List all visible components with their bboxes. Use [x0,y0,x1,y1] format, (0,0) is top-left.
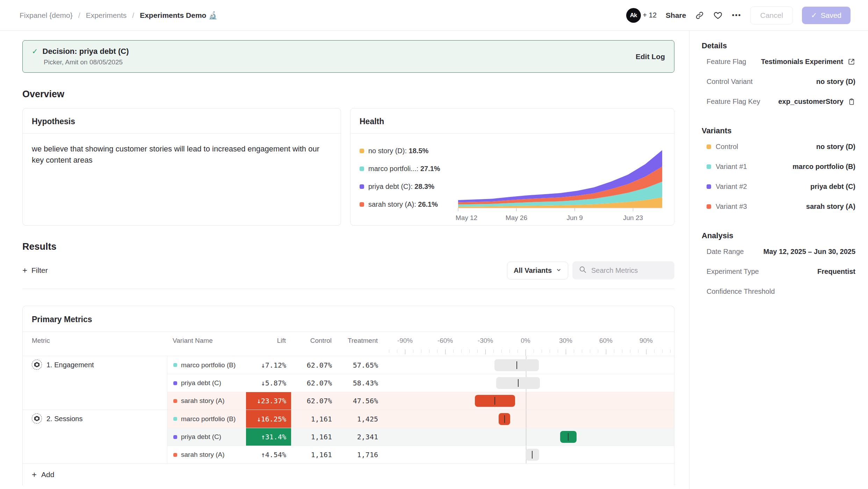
metric-cell[interactable]: 2. Sessions [23,410,167,463]
axis-tick [429,349,429,353]
breadcrumb: Fixpanel {demo} / Experiments / Experime… [20,11,217,20]
decision-title-row: ✓ Decision: priya debt (C) [32,47,129,56]
breadcrumb-item-current: Experiments Demo 🔬 [140,11,217,20]
axis-tick [614,349,614,353]
hypothesis-body[interactable]: we believe that showing customer stories… [23,134,337,176]
metric-variant-row[interactable]: marco portfolio (B)↓7.12%62.07%57.65% [167,356,674,374]
metric-variant-row[interactable]: priya debt (C)↓5.87%62.07%58.43% [167,374,674,392]
sidebar-row-control-variant: Control Variantno story (D) [702,72,855,92]
copy-link-button[interactable] [695,11,704,20]
variant-name-cell: priya debt (C) [167,379,246,387]
legend-value: 26.1% [418,200,438,208]
plus-icon: + [22,266,27,275]
axis-tick [654,349,654,353]
svg-text:Jun 9: Jun 9 [566,214,583,221]
search-metrics-input[interactable] [591,267,668,275]
variant-dot [173,381,177,385]
axis-tick [630,349,630,353]
sidebar-section-details: Details Feature FlagTestimonials Experim… [702,41,855,112]
heart-icon [713,10,723,20]
variant-dot [707,204,711,209]
metric-variant-row[interactable]: marco portfolio (B)↓16.25%1,1611,425 [167,410,674,428]
check-icon: ✓ [811,11,817,20]
lift-cell: ↑4.54% [246,446,291,463]
sidebar-row-control: Controlno story (D) [702,137,855,157]
metric-goal-icon [32,413,42,424]
axis-tick [469,349,470,353]
sidebar-row-feature-flag-key: Feature Flag Keyexp_customerStory [702,92,855,112]
variant-name-cell: sarah story (A) [167,451,246,459]
sidebar-row-value: no story (D) [816,78,855,86]
sidebar-section-analysis: Analysis Date RangeMay 12, 2025 – Jun 30… [702,231,855,302]
filter-button-label: Filter [31,266,48,275]
metric-cell[interactable]: 1. Engagement [23,356,167,410]
column-variant: Variant Name [167,337,246,345]
ellipsis-icon: ••• [732,11,741,19]
variant-dot [173,417,177,421]
sidebar-row-value: Testimonials Experiment [761,58,855,66]
mean-lift-tick [504,415,505,423]
sidebar-row-variant-2: Variant #2priya debt (C) [702,177,855,197]
chevron-down-icon [556,267,562,275]
confidence-interval-cell [383,446,674,463]
axis-tick [638,349,638,353]
health-legend-item[interactable]: priya debt (C): 28.3% [360,183,451,191]
axis-tick-label: -30% [478,337,493,345]
axis-tick [542,349,542,353]
axis-tick [622,349,622,353]
add-filter-button[interactable]: + Filter [22,266,48,275]
metric-name: 2. Sessions [46,414,82,423]
axis-tick [413,349,413,353]
lift-axis-labels: -90%-60%-30%0%30%60%90% [383,332,674,349]
metric-variant-row[interactable]: sarah story (A)↓23.37%62.07%47.56% [167,392,674,410]
axis-tick [606,349,606,354]
legend-label: no story (D): 18.5% [368,147,428,155]
health-legend-item[interactable]: sarah story (A): 26.1% [360,200,451,208]
search-metrics-box [572,261,674,279]
treatment-value: 57.65% [338,361,383,369]
topbar: Fixpanel {demo} / Experiments / Experime… [0,0,868,31]
overview-heading: Overview [22,89,674,100]
decision-banner: ✓ Decision: priya debt (C) Picker, Amit … [22,40,674,73]
metric-variant-row[interactable]: priya debt (C)↑31.4%1,1612,341 [167,428,674,446]
axis-tick [662,349,663,353]
sidebar-row-label: Feature Flag [707,58,746,66]
column-control: Control [291,337,337,345]
axis-tick [670,349,671,353]
svg-text:Jun 23: Jun 23 [623,214,643,221]
lift-cell: ↑31.4% [246,428,291,446]
control-value: 1,161 [291,433,338,441]
legend-label: marco portfoli...: 27.1% [368,165,440,173]
saved-button[interactable]: ✓ Saved [802,7,851,24]
breadcrumb-item-project[interactable]: Fixpanel {demo} [20,11,73,20]
breadcrumb-item-experiments[interactable]: Experiments [86,11,127,20]
metric-group: 1. Engagementmarco portfolio (B)↓7.12%62… [23,356,674,410]
results-divider [22,289,674,289]
external-link-icon[interactable] [847,58,855,66]
favorite-button[interactable] [713,10,723,20]
confidence-interval-cell [383,356,674,374]
variants-dropdown[interactable]: All Variants [507,262,568,279]
add-metric-button[interactable]: + Add [32,470,54,479]
results-heading: Results [22,241,674,252]
clipboard-icon[interactable] [848,98,855,106]
edit-log-button[interactable]: Edit Log [636,52,665,61]
axis-tick [509,349,510,353]
sidebar-row-label: Feature Flag Key [707,98,760,106]
analysis-rows: Date RangeMay 12, 2025 – Jun 30, 2025Exp… [702,242,855,302]
axis-tick [590,349,590,353]
health-legend-item[interactable]: no story (D): 18.5% [360,147,451,155]
more-button[interactable]: ••• [732,11,741,19]
health-legend-item[interactable]: marco portfoli...: 27.1% [360,165,451,173]
collaborators: Ak + 12 [626,8,657,23]
mean-lift-tick [568,433,569,441]
control-value: 62.07% [291,397,338,405]
collaborators-count[interactable]: + 12 [643,11,657,19]
sidebar-row-feature-flag: Feature FlagTestimonials Experiment [702,52,855,72]
metric-variant-row[interactable]: sarah story (A)↑4.54%1,1611,716 [167,446,674,463]
avatar[interactable]: Ak [626,8,641,23]
share-button[interactable]: Share [666,11,686,20]
metric-goal-icon [32,360,42,370]
cancel-button[interactable]: Cancel [750,6,793,24]
variant-name-cell: marco portfolio (B) [167,415,246,423]
